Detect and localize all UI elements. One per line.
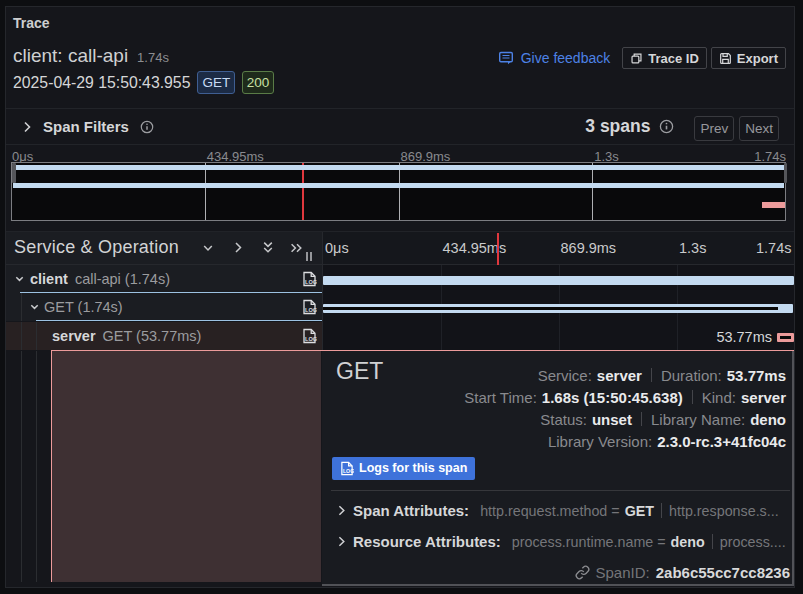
attributes-section-label: Span Attributes: <box>353 502 469 519</box>
log-icon[interactable]: LOG <box>302 271 317 287</box>
detail-divider <box>331 490 790 491</box>
detail-indent-guides <box>6 351 51 582</box>
span-label: GET (1.74s) <box>44 293 123 321</box>
copy-icon <box>630 52 643 65</box>
chevron-down-icon[interactable] <box>29 302 40 313</box>
attribute-key: process.... <box>720 534 786 550</box>
prev-span-button[interactable]: Prev <box>694 116 734 141</box>
overview-label: Duration: <box>661 367 722 384</box>
minimap-span-bar-server <box>762 202 785 208</box>
overview-value: 2.3.0-rc.3+41fc04c <box>657 433 786 450</box>
span-operation: GET (1.74s) <box>44 299 123 315</box>
svg-text:LOG: LOG <box>305 335 317 341</box>
double-chevron-down-icon[interactable] <box>261 240 275 255</box>
span-service: server <box>52 328 96 344</box>
timeline-cursor-line <box>497 233 499 265</box>
overview-value: server <box>741 389 786 406</box>
span-filters-label: Span Filters <box>43 118 129 135</box>
overview-divider <box>651 368 652 382</box>
export-button[interactable]: Export <box>711 47 786 69</box>
minimap-canvas[interactable] <box>11 162 786 221</box>
timeline-tick: 0μs <box>325 240 349 256</box>
trace-meta-line: 2025-04-29 15:50:43.955 GET 200 <box>13 70 274 96</box>
link-icon[interactable] <box>575 565 590 580</box>
attribute-key: http.response.s... <box>669 503 779 519</box>
svg-text:LOG: LOG <box>305 279 317 285</box>
chevron-down-icon[interactable] <box>14 274 25 285</box>
span-operation: GET (53.77ms) <box>103 328 202 344</box>
overview-label: Start Time: <box>464 389 537 406</box>
overview-label: Library Version: <box>548 433 652 450</box>
log-icon[interactable]: LOG <box>302 299 317 315</box>
overview-line: Library Version: 2.3.0-rc.3+41fc04c <box>464 430 786 452</box>
span-name-cell: server GET (53.77ms) LOG <box>6 322 322 350</box>
trace-title: client: call-api <box>13 45 128 67</box>
overview-value: unset <box>592 411 632 428</box>
trace-view: Trace client: call-api 1.74s 2025-04-29 … <box>0 0 803 594</box>
overview-line: Service: server Duration: 53.77ms <box>464 364 786 386</box>
attribute-value: GET <box>625 503 654 519</box>
detail-span-title: GET <box>336 358 383 385</box>
overview-value: deno <box>750 411 786 428</box>
status-code-badge: 200 <box>242 71 275 95</box>
span-row-server[interactable]: server GET (53.77ms) LOG 53.77ms <box>6 322 794 350</box>
trace-id-button[interactable]: Trace ID <box>622 47 707 69</box>
span-operation: call-api (1.74s) <box>75 271 170 287</box>
resource-attributes-row[interactable]: Resource Attributes: process.runtime.nam… <box>337 533 786 550</box>
trace-timestamp: 2025-04-29 15:50:43.955 <box>13 74 190 92</box>
trace-duration: 1.74s <box>137 50 169 65</box>
minimap-left-scrubber[interactable] <box>12 163 16 183</box>
span-row-get[interactable]: GET (1.74s) LOG <box>6 293 794 321</box>
overview-line: Start Time: 1.68s (15:50:45.638) Kind: s… <box>464 386 786 408</box>
minimap-span-bar-get <box>13 183 784 188</box>
svg-text:LOG: LOG <box>305 307 317 313</box>
give-feedback-label: Give feedback <box>521 50 611 66</box>
grip-bar <box>310 252 312 261</box>
header-actions: Give feedback Trace ID Export <box>498 47 786 69</box>
overview-value: 53.77ms <box>727 367 786 384</box>
comment-icon <box>498 50 514 66</box>
span-count: 3 spans <box>585 116 650 137</box>
span-service: client <box>30 271 68 287</box>
span-bar-server[interactable] <box>777 333 794 342</box>
indent-guide <box>21 293 22 321</box>
span-bar-get[interactable] <box>323 304 794 313</box>
double-chevron-right-icon[interactable] <box>289 241 304 255</box>
service-operation-label: Service & Operation <box>14 237 179 258</box>
detail-name-column-fill <box>52 351 321 582</box>
overview-divider <box>641 412 642 426</box>
indent-guide <box>36 351 37 582</box>
info-icon <box>140 120 154 134</box>
give-feedback-link[interactable]: Give feedback <box>498 50 611 66</box>
timeline-tick: 1.3s <box>679 240 706 256</box>
span-overview: Service: server Duration: 53.77ms Start … <box>464 364 786 452</box>
span-id-label: SpanID: <box>596 564 650 581</box>
logs-for-span-button[interactable]: LOG Logs for this span <box>332 457 475 480</box>
chevron-down-icon[interactable] <box>201 241 215 255</box>
span-filters-bar: Span Filters 3 spans Prev Next <box>6 108 794 145</box>
column-resize-grip[interactable] <box>306 252 312 261</box>
panel-title: Trace <box>13 15 50 31</box>
attribute-key: process.runtime.name = <box>512 534 666 550</box>
chevron-right-icon[interactable] <box>232 241 244 254</box>
minimap-gridline <box>205 163 206 220</box>
overview-label: Service: <box>538 367 592 384</box>
span-row-client[interactable]: client call-api (1.74s) LOG <box>6 265 794 293</box>
overview-label: Kind: <box>702 389 736 406</box>
span-bar-client[interactable] <box>323 276 795 285</box>
span-rows: client call-api (1.74s) LOG <box>6 265 794 350</box>
log-icon[interactable]: LOG <box>302 328 317 344</box>
span-filters-toggle[interactable]: Span Filters <box>22 118 154 135</box>
span-bar-duration-label: 53.77ms <box>716 329 772 345</box>
critical-path-segment <box>323 307 778 310</box>
method-badge: GET <box>197 71 235 95</box>
timeline-tick: 869.9ms <box>561 240 617 256</box>
span-attributes-row[interactable]: Span Attributes: http.request.method = G… <box>337 502 779 519</box>
minimap-gridline <box>399 163 400 220</box>
timeline-collapse-controls <box>179 240 304 255</box>
next-span-button[interactable]: Next <box>739 116 779 141</box>
service-operation-header: Service & Operation <box>6 232 322 265</box>
attribute-key: http.request.method = <box>480 503 620 519</box>
span-detail-row: GET Service: server Duration: 53.77ms St… <box>6 350 794 585</box>
minimap-right-scrubber[interactable] <box>784 163 788 183</box>
